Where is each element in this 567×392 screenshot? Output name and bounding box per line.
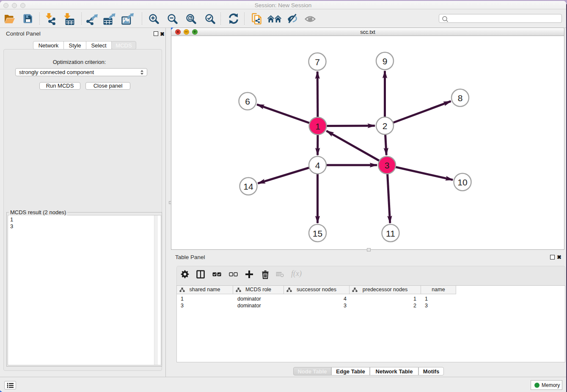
- svg-text:11: 11: [386, 229, 395, 238]
- svg-text:15: 15: [313, 229, 322, 238]
- svg-text:9: 9: [383, 56, 388, 66]
- svg-text:1: 1: [315, 121, 320, 131]
- svg-text:4: 4: [315, 160, 320, 170]
- svg-text:3: 3: [385, 160, 390, 170]
- svg-text:10: 10: [457, 177, 467, 187]
- svg-text:14: 14: [243, 182, 253, 191]
- svg-text:2: 2: [383, 121, 388, 131]
- svg-text:8: 8: [458, 93, 463, 103]
- svg-text:6: 6: [245, 97, 250, 106]
- svg-text:7: 7: [315, 57, 320, 67]
